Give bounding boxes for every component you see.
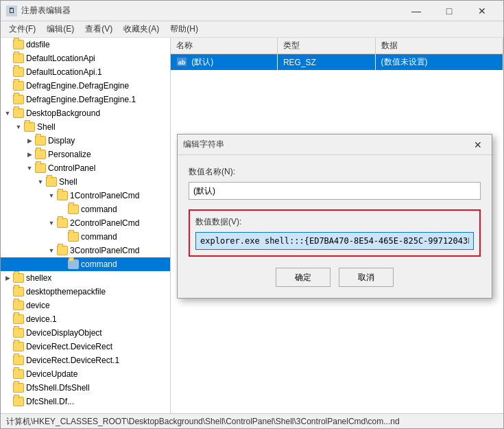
expander-controlpanel[interactable]: ▼ (24, 163, 35, 174)
folder-icon-2controlpanelcmd (57, 218, 68, 228)
label-ddsfile: ddsfile (26, 40, 50, 49)
menu-file[interactable]: 文件(F) (3, 22, 41, 36)
expander-display[interactable]: ▶ (24, 135, 35, 146)
expander-defragengine1 (2, 94, 13, 105)
menu-help[interactable]: 帮助(H) (165, 22, 204, 36)
app-icon: 🗒 (6, 5, 17, 16)
tree-item-defaultlocationapi[interactable]: DefaultLocationApi (1, 51, 170, 65)
expander-2controlpanelcmd[interactable]: ▼ (46, 218, 57, 229)
folder-icon-command3 (68, 259, 79, 269)
folder-icon-personalize (35, 150, 46, 159)
expander-shell2[interactable]: ▼ (35, 176, 46, 187)
folder-icon-defragengine1 (13, 95, 24, 104)
folder-icon-1controlpanelcmd (57, 191, 68, 200)
tree-item-shell1[interactable]: ▼ Shell (1, 120, 170, 134)
reg-type-icon: ab (176, 57, 187, 67)
registry-table: 名称 类型 数据 ab (默认) REG_SZ (数值未设置) (171, 38, 503, 70)
label-shellex: shellex (26, 273, 51, 283)
expander-defragengine (2, 80, 13, 91)
name-input[interactable] (189, 182, 481, 200)
tree-item-shell2[interactable]: ▼ Shell (1, 175, 170, 189)
menu-edit[interactable]: 编辑(E) (41, 22, 80, 36)
label-2controlpanelcmd: 2ControlPanelCmd (70, 218, 139, 228)
tree-item-devicerect[interactable]: DeviceRect.DeviceRect (1, 340, 170, 353)
tree-item-dfsshell[interactable]: DfsShell.DfsShell (1, 381, 170, 395)
folder-icon-ddsfile (13, 40, 24, 49)
expander-device (2, 300, 13, 311)
folder-icon-shell2 (46, 177, 57, 187)
folder-icon-devicedisplayobject (13, 328, 24, 338)
tree-item-defaultlocationapi1[interactable]: DefaultLocationApi.1 (1, 65, 170, 79)
expander-3controlpanelcmd[interactable]: ▼ (46, 245, 57, 256)
label-command3: command (81, 259, 117, 269)
minimize-button[interactable]: — (400, 3, 432, 19)
tree-item-device1[interactable]: device.1 (1, 312, 170, 326)
tree-item-ddsfile[interactable]: ddsfile (1, 38, 170, 51)
label-devicerect1: DeviceRect.DeviceRect.1 (26, 356, 119, 365)
tree-item-deviceupdate[interactable]: DeviceUpdate (1, 367, 170, 381)
folder-icon-desktopthemepackfile (13, 287, 24, 297)
tree-item-device[interactable]: device (1, 299, 170, 312)
folder-icon-controlpanel (35, 163, 46, 173)
label-devicedisplayobject: DeviceDisplayObject (26, 328, 102, 338)
confirm-button[interactable]: 确定 (276, 268, 331, 287)
tree-item-command3[interactable]: command (1, 257, 170, 271)
tree-item-command1[interactable]: command (1, 202, 170, 216)
tree-item-personalize[interactable]: ▶ Personalize (1, 148, 170, 161)
menu-favorites[interactable]: 收藏夹(A) (118, 22, 165, 36)
dialog-title: 编辑字符串 (183, 139, 224, 150)
title-controls: — □ ✕ (400, 3, 498, 19)
cancel-button[interactable]: 取消 (339, 268, 394, 287)
tree-item-desktopthemepackfile[interactable]: desktopthemepackfile (1, 285, 170, 299)
expander-1controlpanelcmd[interactable]: ▼ (46, 190, 57, 201)
label-3controlpanelcmd: 3ControlPanelCmd (70, 246, 139, 255)
tree-item-devicedisplayobject[interactable]: DeviceDisplayObject (1, 326, 170, 340)
tree-item-defragengine1[interactable]: DefragEngine.DefragEngine.1 (1, 93, 170, 106)
tree-item-2controlpanelcmd[interactable]: ▼ 2ControlPanelCmd (1, 216, 170, 230)
expander-personalize[interactable]: ▶ (24, 149, 35, 160)
dialog-close-button[interactable]: ✕ (470, 137, 486, 152)
label-device: device (26, 301, 50, 310)
tree-item-defragengine[interactable]: DefragEngine.DefragEngine (1, 79, 170, 93)
tree-item-3controlpanelcmd[interactable]: ▼ 3ControlPanelCmd (1, 244, 170, 257)
tree-item-shellex[interactable]: ▶ shellex (1, 271, 170, 285)
tree-item-controlpanel[interactable]: ▼ ControlPanel (1, 161, 170, 175)
tree-item-devicerect1[interactable]: DeviceRect.DeviceRect.1 (1, 353, 170, 367)
col-header-name[interactable]: 名称 (171, 38, 277, 54)
folder-icon-deviceupdate (13, 369, 24, 379)
maximize-button[interactable]: □ (433, 3, 465, 19)
label-devicerect: DeviceRect.DeviceRect (26, 342, 112, 351)
cell-name-text: (默认) (191, 57, 213, 67)
col-header-type[interactable]: 类型 (277, 38, 375, 54)
label-1controlpanelcmd: 1ControlPanelCmd (70, 191, 139, 200)
expander-defaultlocationapi (2, 53, 13, 64)
tree-item-1controlpanelcmd[interactable]: ▼ 1ControlPanelCmd (1, 189, 170, 202)
col-header-data[interactable]: 数据 (375, 38, 503, 54)
expander-dfsshell1 (2, 396, 13, 407)
expander-deviceupdate (2, 369, 13, 380)
expander-command2 (57, 231, 68, 242)
label-shell2: Shell (59, 177, 77, 187)
tree-item-command2[interactable]: command (1, 230, 170, 244)
label-personalize: Personalize (48, 150, 91, 159)
expander-desktopbackground[interactable]: ▼ (2, 108, 13, 119)
table-row[interactable]: ab (默认) REG_SZ (数值未设置) (171, 54, 503, 71)
expander-shellex[interactable]: ▶ (2, 273, 13, 283)
expander-shell1[interactable]: ▼ (13, 121, 24, 132)
folder-icon-defaultlocationapi1 (13, 67, 24, 77)
close-button[interactable]: ✕ (466, 3, 498, 19)
title-bar-left: 🗒 注册表编辑器 (6, 5, 71, 16)
expander-defaultlocationapi1 (2, 67, 13, 78)
tree-item-desktopbackground[interactable]: ▼ DesktopBackground (1, 106, 170, 120)
expander-device1 (2, 314, 13, 325)
menu-view[interactable]: 查看(V) (80, 22, 118, 36)
tree-panel[interactable]: ddsfile DefaultLocationApi DefaultLocati… (1, 38, 171, 413)
expander-command3 (57, 259, 68, 270)
expander-dfsshell (2, 382, 13, 393)
data-input[interactable] (195, 232, 474, 250)
name-label: 数值名称(N): (189, 166, 481, 178)
tree-item-display[interactable]: ▶ Display (1, 134, 170, 148)
status-bar: 计算机\HKEY_CLASSES_ROOT\DesktopBackground\… (1, 413, 503, 428)
data-label: 数值数据(V): (195, 216, 474, 228)
tree-item-dfsshell1[interactable]: DfcShell.Df... (1, 395, 170, 408)
